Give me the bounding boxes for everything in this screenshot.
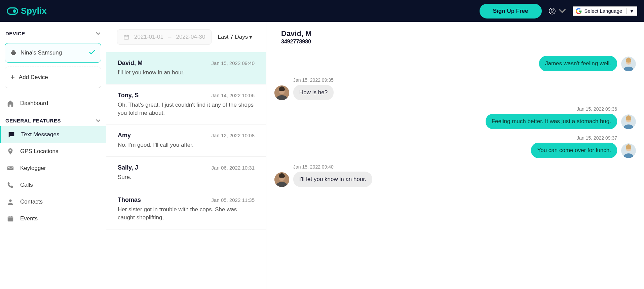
- conversation-item[interactable]: David, MJan 15, 2022 09:40I'll let you k…: [106, 52, 266, 84]
- sidebar: DEVICE Nina's Samsung + Add Device Dashb…: [0, 22, 106, 289]
- sidebar-item-label: Contacts: [20, 198, 43, 205]
- time-filter-dropdown[interactable]: Last 7 Days ▾: [218, 34, 252, 41]
- language-selector[interactable]: Select Language ▼: [573, 6, 637, 16]
- message-row: Jan 15, 2022 09:40I'll let you know in a…: [274, 164, 636, 187]
- device-section-label: DEVICE: [5, 31, 25, 36]
- sidebar-item-contacts[interactable]: Contacts: [0, 193, 106, 210]
- phone-icon: [7, 181, 14, 189]
- check-icon: [89, 49, 96, 56]
- user-icon: [548, 7, 556, 15]
- svg-rect-4: [7, 167, 13, 170]
- svg-rect-6: [9, 167, 10, 168]
- conversation-preview: Oh. That's great. I just couldn't find i…: [118, 101, 255, 117]
- date-from: 2021-01-01: [134, 34, 163, 40]
- message-bubble: You can come over for lunch.: [531, 143, 617, 158]
- chevron-down-icon: [96, 31, 101, 36]
- conversation-item[interactable]: Sally, JJan 06, 2022 10:31Sure.: [106, 157, 266, 189]
- avatar: [621, 114, 636, 129]
- conversation-time: Jan 06, 2022 10:31: [212, 165, 255, 171]
- svg-rect-9: [9, 169, 12, 169]
- message-row: James wasn't feeling well.: [274, 56, 636, 71]
- add-device-label: Add Device: [19, 74, 48, 81]
- svg-rect-7: [11, 167, 11, 168]
- message-row: Jan 15, 2022 09:37You can come over for …: [274, 135, 636, 158]
- user-menu[interactable]: [548, 7, 566, 15]
- device-name: Nina's Samsung: [21, 49, 62, 56]
- person-icon: [7, 198, 14, 206]
- sidebar-item-text-messages[interactable]: Text Messages: [0, 126, 106, 143]
- plus-icon: +: [10, 73, 15, 82]
- conversation-name: Sally, J: [118, 164, 138, 171]
- conversation-name: David, M: [118, 60, 143, 67]
- message-bubble: I'll let you know in an hour.: [293, 172, 372, 187]
- signup-button[interactable]: Sign Up Free: [480, 4, 542, 19]
- sidebar-item-events[interactable]: Events: [0, 210, 106, 227]
- conversation-name: Thomas: [118, 196, 141, 204]
- svg-point-10: [9, 200, 11, 202]
- features-section-label: GENERAL FEATURES: [5, 118, 61, 123]
- chevron-down-icon: [96, 118, 101, 123]
- message-time: Jan 15, 2022 09:35: [293, 77, 334, 83]
- home-icon: [7, 100, 14, 107]
- message-time: Jan 15, 2022 09:40: [293, 164, 372, 170]
- calendar-icon: [7, 215, 14, 222]
- sidebar-item-label: Events: [20, 215, 38, 222]
- message-bubble: James wasn't feeling well.: [539, 56, 617, 71]
- conversation-name: Amy: [118, 132, 131, 139]
- conversation-preview: No. I'm good. I'll call you after.: [118, 141, 255, 149]
- sidebar-item-label: Text Messages: [21, 131, 59, 138]
- chevron-down-icon: ▾: [249, 34, 252, 41]
- svg-rect-8: [12, 167, 13, 168]
- sidebar-item-label: GPS Locations: [20, 148, 58, 155]
- conversation-item[interactable]: ThomasJan 05, 2022 11:35Her sister got i…: [106, 189, 266, 229]
- svg-rect-13: [124, 35, 129, 39]
- message-row: Jan 15, 2022 09:35How is he?: [274, 77, 636, 100]
- conversation-item[interactable]: Tony, SJan 14, 2022 10:06Oh. That's grea…: [106, 84, 266, 125]
- sidebar-item-calls[interactable]: Calls: [0, 177, 106, 193]
- google-icon: [576, 8, 582, 14]
- conversation-item[interactable]: AmyJan 12, 2022 10:08No. I'm good. I'll …: [106, 124, 266, 157]
- device-section-header[interactable]: DEVICE: [0, 28, 106, 39]
- date-to: 2022-04-30: [176, 34, 205, 40]
- sidebar-item-keylogger[interactable]: Keylogger: [0, 160, 106, 177]
- svg-rect-5: [8, 167, 9, 168]
- sidebar-item-gps-locations[interactable]: GPS Locations: [0, 143, 106, 160]
- conversation-time: Jan 12, 2022 10:08: [212, 133, 255, 138]
- chevron-down-icon: [559, 7, 566, 15]
- conversation-list: 2021-01-01 – 2022-04-30 Last 7 Days ▾ Da…: [106, 22, 266, 289]
- message-icon: [8, 131, 15, 138]
- message-time: Jan 15, 2022 09:37: [577, 135, 617, 141]
- nav-dashboard[interactable]: Dashboard: [0, 95, 106, 112]
- sidebar-item-label: Keylogger: [20, 165, 46, 172]
- chat-header: David, M 3492778980: [266, 22, 644, 51]
- sidebar-item-label: Calls: [20, 182, 33, 188]
- message-bubble: How is he?: [293, 85, 334, 100]
- time-filter-label: Last 7 Days: [218, 34, 248, 40]
- device-card[interactable]: Nina's Samsung: [5, 43, 101, 63]
- message-bubble: Feeling much better. It was just a stoma…: [486, 114, 617, 129]
- message-time: Jan 15, 2022 09:36: [577, 106, 617, 112]
- conversation-name: Tony, S: [118, 92, 139, 99]
- app-header: Spylix Sign Up Free Select Language ▼: [0, 0, 644, 22]
- keyboard-icon: [7, 165, 14, 172]
- nav-label: Dashboard: [20, 100, 48, 107]
- date-dash: –: [168, 34, 171, 40]
- avatar: [621, 143, 636, 158]
- conversation-preview: Her sister got in trouble with the cops.…: [118, 206, 255, 222]
- chat-contact-name: David, M: [281, 29, 629, 38]
- logo-icon: [7, 7, 18, 15]
- avatar: [621, 57, 636, 71]
- message-row: Jan 15, 2022 09:36Feeling much better. I…: [274, 106, 636, 129]
- conversation-time: Jan 05, 2022 11:35: [212, 197, 255, 203]
- chat-body: James wasn't feeling well.Jan 15, 2022 0…: [266, 51, 644, 289]
- chat-panel: David, M 3492778980 James wasn't feeling…: [266, 22, 644, 289]
- avatar: [274, 172, 289, 187]
- add-device-button[interactable]: + Add Device: [5, 67, 101, 88]
- android-icon: [10, 49, 16, 56]
- avatar: [274, 85, 289, 100]
- calendar-icon: [123, 34, 129, 40]
- features-section-header[interactable]: GENERAL FEATURES: [0, 115, 106, 126]
- date-range-picker[interactable]: 2021-01-01 – 2022-04-30: [117, 29, 212, 45]
- conversation-preview: Sure.: [118, 173, 255, 181]
- brand-logo[interactable]: Spylix: [7, 6, 47, 16]
